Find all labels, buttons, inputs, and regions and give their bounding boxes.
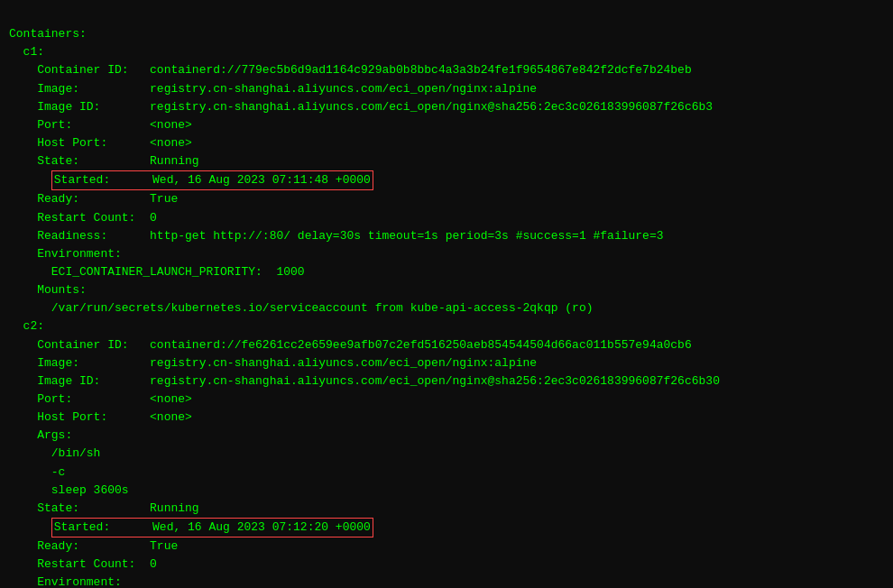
- highlighted-started-row: Started: Wed, 16 Aug 2023 07:12:20 +0000: [51, 518, 373, 537]
- terminal-line: State: Running: [9, 152, 884, 170]
- highlighted-started-row: Started: Wed, 16 Aug 2023 07:11:48 +0000: [51, 170, 373, 190]
- terminal-line: Image: registry.cn-shanghai.aliyuncs.com…: [9, 354, 884, 372]
- terminal-line: c1:: [9, 43, 884, 61]
- terminal-line: Environment:: [9, 574, 884, 588]
- terminal-line: Containers:: [9, 25, 884, 43]
- terminal-line: Image: registry.cn-shanghai.aliyuncs.com…: [9, 80, 884, 98]
- terminal-line: sleep 3600s: [9, 482, 884, 500]
- terminal-line: c2:: [9, 317, 884, 335]
- terminal-line: Container ID: containerd://779ec5b6d9ad1…: [9, 61, 884, 79]
- terminal-line: Port: <none>: [9, 390, 884, 409]
- terminal-line: /var/run/secrets/kubernetes.io/serviceac…: [9, 299, 884, 317]
- terminal-line: /bin/sh: [9, 445, 884, 463]
- terminal-line: -c: [9, 464, 884, 482]
- terminal-line: Image ID: registry.cn-shanghai.aliyuncs.…: [9, 98, 884, 116]
- terminal-line: Mounts:: [9, 281, 884, 299]
- terminal-line: Host Port: <none>: [9, 134, 884, 152]
- terminal-line: Restart Count: 0: [9, 556, 884, 574]
- terminal-line: Restart Count: 0: [9, 209, 884, 227]
- terminal-line: State: Running: [9, 500, 884, 518]
- terminal-line: Ready: True: [9, 537, 884, 556]
- terminal-line: Args:: [9, 427, 884, 445]
- terminal-line: Host Port: <none>: [9, 409, 884, 427]
- terminal-line: Port: <none>: [9, 116, 884, 134]
- terminal-line: Container ID: containerd://fe6261cc2e659…: [9, 336, 884, 354]
- terminal-output: Containers: c1: Container ID: containerd…: [9, 7, 884, 588]
- terminal-line: Ready: True: [9, 190, 884, 208]
- terminal-line: Started: Wed, 16 Aug 2023 07:12:20 +0000: [9, 518, 884, 537]
- terminal-line: ECI_CONTAINER_LAUNCH_PRIORITY: 1000: [9, 263, 884, 281]
- terminal-line: Readiness: http-get http://:80/ delay=30…: [9, 227, 884, 245]
- terminal-line: Environment:: [9, 245, 884, 263]
- terminal-line: Image ID: registry.cn-shanghai.aliyuncs.…: [9, 372, 884, 390]
- terminal-line: Started: Wed, 16 Aug 2023 07:11:48 +0000: [9, 170, 884, 190]
